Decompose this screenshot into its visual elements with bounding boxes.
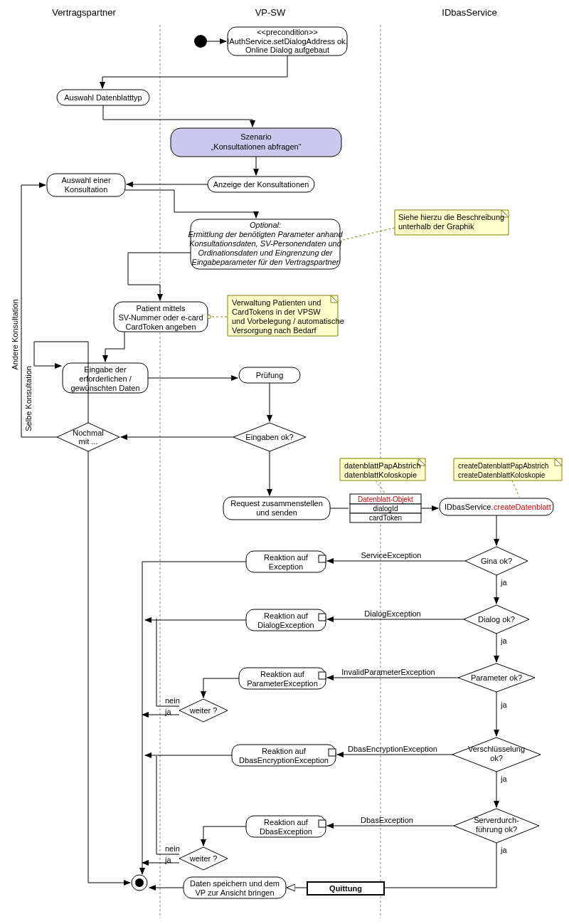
svg-text:und senden: und senden [256,508,297,517]
svg-point-28 [208,315,211,319]
svg-text:Anzeige der Konsultationen: Anzeige der Konsultationen [213,180,309,189]
svg-text:dialogId: dialogId [373,505,398,513]
svg-rect-82 [319,672,326,679]
svg-text:ja: ja [500,775,507,783]
svg-text:Ermittlung der benötigten Para: Ermittlung der benötigten Parameter anha… [188,230,343,238]
svg-text:SV-Nummer oder e-card: SV-Nummer oder e-card [118,313,203,322]
svg-text:CardTokens in der VPSW: CardTokens in der VPSW [232,308,321,316]
svg-text:Gina ok?: Gina ok? [481,557,512,565]
svg-text:datenblattPapAbstrich: datenblattPapAbstrich [344,461,421,470]
svg-text:Patient mittels: Patient mittels [136,304,186,313]
svg-text:Eingabeparameter für den Vertr: Eingabeparameter für den Vertragspartner [192,258,340,266]
activity-diagram: Vertragspartner VP-SW IDbasService <<pre… [0,0,569,924]
svg-text:Konsultation: Konsultation [65,185,108,194]
svg-text:ParameterException: ParameterException [247,679,318,688]
svg-text:Optional:: Optional: [250,221,281,229]
svg-text:Andere Konsultation: Andere Konsultation [11,299,19,369]
svg-text:createDatenblatt: createDatenblatt [494,503,551,511]
svg-text:Prüfung: Prüfung [256,371,284,379]
svg-text:Verschlüsselung: Verschlüsselung [468,745,525,753]
svg-text:Versorgung nach Bedarf: Versorgung nach Bedarf [232,326,317,335]
svg-line-58 [512,481,519,497]
initial-node [194,35,207,48]
svg-text:InvalidParameterException: InvalidParameterException [341,668,435,676]
svg-text:cardToken: cardToken [369,514,402,522]
svg-text:ja: ja [500,700,507,709]
svg-text:CardToken angeben: CardToken angeben [125,322,196,331]
svg-text:Reaktion auf: Reaktion auf [264,818,309,826]
svg-text:IAuthService.setDialogAddress : IAuthService.setDialogAddress ok. [227,37,347,46]
svg-text:mit ...: mit ... [79,437,98,446]
svg-text:„Konsultationen abfragen“: „Konsultationen abfragen“ [211,142,302,151]
svg-text:Selbe Konsultation: Selbe Konsultation [24,366,33,431]
svg-text:Serverdurch-: Serverdurch- [474,816,519,824]
svg-text:ok?: ok? [490,754,503,762]
svg-text:Datenblatt-Objekt: Datenblatt-Objekt [358,495,413,503]
svg-text:Reaktion auf: Reaktion auf [262,747,307,755]
svg-text:Nochmal: Nochmal [73,429,103,437]
svg-rect-96 [329,749,336,756]
svg-text:Quittung: Quittung [329,884,362,893]
svg-text:Auswahl einer: Auswahl einer [61,176,110,184]
svg-rect-73 [319,614,326,621]
svg-text:ja: ja [500,846,507,854]
svg-text:DbasException: DbasException [260,827,312,836]
svg-text:Siehe hierzu die Beschreibung: Siehe hierzu die Beschreibung [398,213,504,221]
svg-text:weiter ?: weiter ? [189,706,218,715]
svg-text:DbasEncryptionException: DbasEncryptionException [348,745,437,753]
svg-text:nein: nein [165,696,180,705]
svg-text:Exception: Exception [269,562,303,571]
svg-text:Eingaben ok?: Eingaben ok? [245,433,293,441]
svg-text:Reaktion auf: Reaktion auf [260,670,305,678]
svg-text:DialogException: DialogException [257,621,314,629]
svg-text:createDatenblattKoloskopie: createDatenblattKoloskopie [458,471,546,479]
lane-header-vertragspartner: Vertragspartner [52,7,116,18]
svg-text:DialogException: DialogException [364,609,421,618]
svg-text:Daten speichern und dem: Daten speichern und dem [190,879,280,888]
svg-line-19 [340,228,395,241]
lane-header-vpsw: VP-SW [255,7,286,18]
svg-text:DbasException: DbasException [361,816,413,824]
svg-text:Eingabe der: Eingabe der [84,365,127,374]
svg-rect-65 [319,555,326,562]
svg-rect-105 [319,820,326,827]
svg-text:nein: nein [165,844,180,853]
svg-text:datenblattKoloskopie: datenblattKoloskopie [344,471,417,479]
svg-text:erforderlichen /: erforderlichen / [79,374,132,383]
svg-text:Auswahl Datenblatttyp: Auswahl Datenblatttyp [64,93,142,102]
svg-text:Parameter ok?: Parameter ok? [471,673,522,682]
svg-text:ServiceException: ServiceException [361,551,422,560]
svg-text:ja: ja [500,636,507,645]
lane-header-idbasservice: IDbasService [442,7,496,18]
svg-point-118 [135,878,144,887]
svg-text:Verwaltung Patienten und: Verwaltung Patienten und [232,298,321,307]
svg-text:Szenario: Szenario [240,132,271,141]
svg-text:Dialog ok?: Dialog ok? [478,615,515,624]
svg-text:und Vorbelegung / automatische: und Vorbelegung / automatische [232,317,344,325]
svg-text:Online Dialog aufgebaut: Online Dialog aufgebaut [245,46,329,54]
svg-text:Reaktion auf: Reaktion auf [264,553,309,562]
svg-text:Konsultationsdaten, SV-Persone: Konsultationsdaten, SV-Personendaten und [189,239,342,248]
svg-text:IDbasService.: IDbasService. [445,503,493,511]
svg-text:createDatenblattPapAbstrich: createDatenblattPapAbstrich [458,462,548,470]
svg-text:ja: ja [500,578,507,587]
svg-text:DbasEncryptionException: DbasEncryptionException [239,756,329,765]
svg-text:Reaktion auf: Reaktion auf [264,611,309,620]
svg-text:VP zur Ansicht bringen: VP zur Ansicht bringen [195,888,274,897]
svg-text:<<precondition>>: <<precondition>> [257,28,318,36]
svg-text:Ordinationsdaten und Eingrenzu: Ordinationsdaten und Eingrenzung der [198,248,334,257]
svg-text:unterhalb der Graphik: unterhalb der Graphik [398,222,474,231]
svg-text:weiter ?: weiter ? [189,854,218,863]
svg-text:gewünschten Daten: gewünschten Daten [70,384,139,392]
svg-text:führung ok?: führung ok? [476,825,517,834]
svg-text:Request zusammenstellen: Request zusammenstellen [230,499,323,508]
